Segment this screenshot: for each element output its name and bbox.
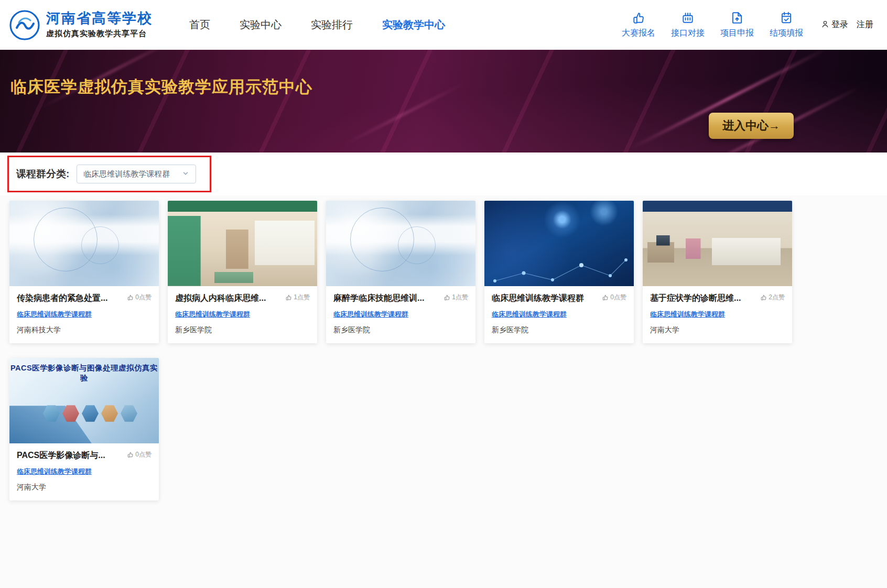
card-category-link[interactable]: 临床思维训练教学课程群 xyxy=(492,310,567,319)
nav-item-experiment-ranking[interactable]: 实验排行 xyxy=(310,15,354,35)
card-thumbnail xyxy=(484,201,634,286)
logo-icon xyxy=(9,10,40,40)
quick-links: 大赛报名 接口对接 项目申报 xyxy=(622,11,803,39)
like-count: 1点赞 xyxy=(443,293,468,302)
card-thumbnail: PACS医学影像诊断与图像处理虚拟仿真实验 xyxy=(9,358,159,443)
card-category-link[interactable]: 临床思维训练教学课程群 xyxy=(175,310,250,319)
card-category-link[interactable]: 临床思维训练教学课程群 xyxy=(17,310,92,319)
quick-link-label: 项目申报 xyxy=(720,28,754,39)
card-thumbnail xyxy=(643,201,792,286)
like-icon xyxy=(127,451,134,458)
course-group-select[interactable]: 临床思维训练教学课程群 xyxy=(77,165,196,183)
top-header: 河南省高等学校 虚拟仿真实验教学共享平台 首页 实验中心 实验排行 实验教学中心… xyxy=(0,0,887,50)
card-school: 河南大学 xyxy=(650,325,785,335)
interface-port-icon xyxy=(681,11,695,27)
card-school: 新乡医学院 xyxy=(175,325,310,335)
card-row-1: 传染病患者的紧急处置... 0点赞 临床思维训练教学课程群 河南科技大学 虚拟病… xyxy=(9,201,878,343)
register-label: 注册 xyxy=(857,19,873,30)
quick-link-label: 大赛报名 xyxy=(622,28,655,39)
course-card-grid: 传染病患者的紧急处置... 0点赞 临床思维训练教学课程群 河南科技大学 虚拟病… xyxy=(0,195,887,588)
card-school: 河南大学 xyxy=(17,483,152,492)
course-card[interactable]: PACS医学影像诊断与图像处理虚拟仿真实验 PACS医学影像诊断与... 0点赞… xyxy=(9,358,159,500)
like-count-text: 1点赞 xyxy=(294,293,310,302)
card-row-2: PACS医学影像诊断与图像处理虚拟仿真实验 PACS医学影像诊断与... 0点赞… xyxy=(9,358,878,500)
course-card[interactable]: 传染病患者的紧急处置... 0点赞 临床思维训练教学课程群 河南科技大学 xyxy=(9,201,159,343)
like-count: 0点赞 xyxy=(127,293,152,302)
like-count-text: 1点赞 xyxy=(452,293,468,302)
course-card[interactable]: 虚拟病人内科临床思维... 1点赞 临床思维训练教学课程群 新乡医学院 xyxy=(168,201,317,343)
like-icon xyxy=(760,294,767,301)
nav-item-teaching-center[interactable]: 实验教学中心 xyxy=(381,15,446,35)
card-title: PACS医学影像诊断与... xyxy=(17,450,105,461)
hero-banner: 临床医学虚拟仿真实验教学应用示范中心 进入中心→ xyxy=(0,50,887,153)
course-card[interactable]: 临床思维训练教学课程群 0点赞 临床思维训练教学课程群 新乡医学院 xyxy=(484,201,634,343)
like-count-text: 0点赞 xyxy=(135,293,152,302)
hand-up-icon xyxy=(632,11,645,27)
like-icon xyxy=(602,294,609,301)
filter-highlight-box: 课程群分类: 临床思维训练教学课程群 xyxy=(7,156,211,192)
card-category-link[interactable]: 临床思维训练教学课程群 xyxy=(650,310,725,319)
logo-title: 河南省高等学校 xyxy=(46,11,153,27)
chevron-down-icon xyxy=(182,170,189,179)
filter-label: 课程群分类: xyxy=(16,167,69,181)
like-count-text: 0点赞 xyxy=(610,293,626,302)
card-thumbnail xyxy=(9,201,159,286)
like-count-text: 0点赞 xyxy=(135,450,152,459)
site-logo[interactable]: 河南省高等学校 虚拟仿真实验教学共享平台 xyxy=(9,10,153,40)
quick-link-label: 结项填报 xyxy=(770,28,803,39)
main-nav: 首页 实验中心 实验排行 实验教学中心 xyxy=(188,15,446,35)
clipboard-check-icon xyxy=(780,11,793,27)
user-icon xyxy=(821,20,829,30)
network-nodes-graphic xyxy=(484,244,634,286)
like-count: 0点赞 xyxy=(602,293,626,302)
quick-link-interface-docking[interactable]: 接口对接 xyxy=(671,11,705,39)
course-group-select-value: 临床思维训练教学课程群 xyxy=(83,169,170,179)
card-title: 虚拟病人内科临床思维... xyxy=(175,293,266,304)
card-school: 河南科技大学 xyxy=(17,325,152,335)
quick-link-contest-signup[interactable]: 大赛报名 xyxy=(622,11,655,39)
card-category-link[interactable]: 临床思维训练教学课程群 xyxy=(333,310,408,319)
card-category-link[interactable]: 临床思维训练教学课程群 xyxy=(17,467,92,476)
like-icon xyxy=(443,294,450,301)
enter-center-button[interactable]: 进入中心→ xyxy=(709,113,794,139)
filter-section: 课程群分类: 临床思维训练教学课程群 xyxy=(0,153,887,195)
center-title: 临床医学虚拟仿真实验教学应用示范中心 xyxy=(10,76,312,98)
quick-link-project-closing[interactable]: 结项填报 xyxy=(770,11,803,39)
course-card[interactable]: 基于症状学的诊断思维... 2点赞 临床思维训练教学课程群 河南大学 xyxy=(643,201,792,343)
like-count-text: 2点赞 xyxy=(769,293,785,302)
card-school: 新乡医学院 xyxy=(492,325,626,335)
like-icon xyxy=(127,294,134,301)
logo-subtitle: 虚拟仿真实验教学共享平台 xyxy=(46,29,153,39)
auth-area: 登录 注册 xyxy=(821,19,873,30)
card-thumbnail xyxy=(168,201,317,286)
nav-item-experiment-center[interactable]: 实验中心 xyxy=(239,15,283,35)
quick-link-project-application[interactable]: 项目申报 xyxy=(720,11,754,39)
nav-item-home[interactable]: 首页 xyxy=(188,15,211,35)
course-card[interactable]: 麻醉学临床技能思维训... 1点赞 临床思维训练教学课程群 新乡医学院 xyxy=(326,201,475,343)
register-button[interactable]: 注册 xyxy=(857,19,873,30)
hero-streak xyxy=(342,82,465,146)
card-title: 传染病患者的紧急处置... xyxy=(17,293,107,304)
like-count: 0点赞 xyxy=(127,450,152,459)
like-icon xyxy=(285,294,292,301)
quick-link-label: 接口对接 xyxy=(671,28,705,39)
login-button[interactable]: 登录 xyxy=(821,19,848,30)
card-title: 临床思维训练教学课程群 xyxy=(492,293,584,304)
login-label: 登录 xyxy=(831,19,848,30)
thumbnail-caption: PACS医学影像诊断与图像处理虚拟仿真实验 xyxy=(9,363,159,383)
card-title: 基于症状学的诊断思维... xyxy=(650,293,741,304)
card-thumbnail xyxy=(326,201,475,286)
like-count: 2点赞 xyxy=(760,293,785,302)
document-upload-icon xyxy=(730,11,744,27)
hexagon-graphics xyxy=(43,405,137,422)
like-count: 1点赞 xyxy=(285,293,310,302)
card-school: 新乡医学院 xyxy=(333,325,468,335)
card-title: 麻醉学临床技能思维训... xyxy=(333,293,424,304)
